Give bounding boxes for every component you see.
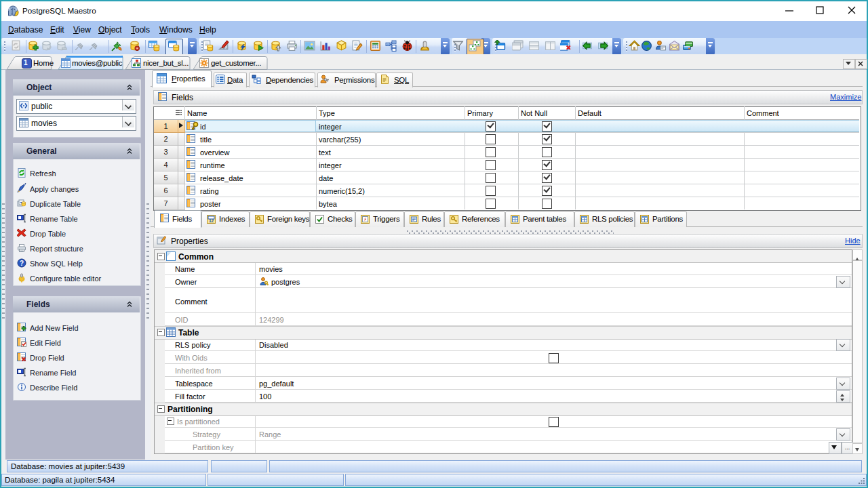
- svg-text:12: 12: [209, 218, 214, 223]
- svg-text:?: ?: [20, 260, 24, 267]
